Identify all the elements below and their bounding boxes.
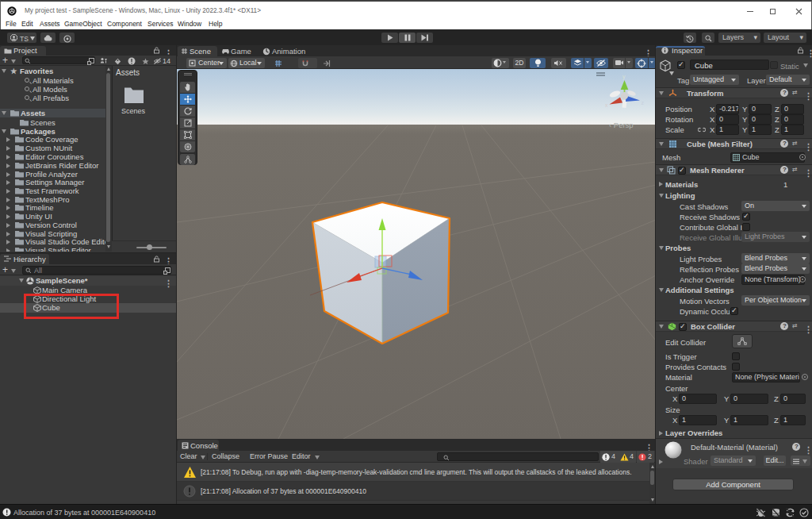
svg-text:y: y <box>622 74 626 80</box>
svg-text:‹ Persp: ‹ Persp <box>609 121 634 129</box>
svg-text:x: x <box>605 102 608 108</box>
svg-text:z: z <box>642 100 645 106</box>
